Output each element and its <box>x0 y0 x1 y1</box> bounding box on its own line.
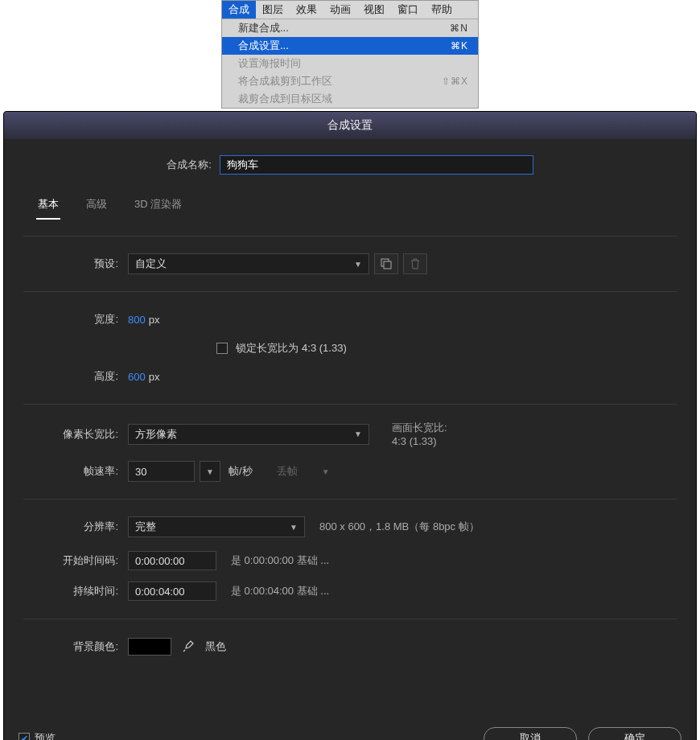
pixel-aspect-dropdown[interactable]: 方形像素 ▼ <box>128 424 369 445</box>
menubar: 合成图层效果动画视图窗口帮助 新建合成...⌘N合成设置...⌘K设置海报时间将… <box>221 0 479 109</box>
bgcolor-name: 黑色 <box>205 639 226 654</box>
preset-label: 预设: <box>23 257 128 271</box>
eyedropper-icon[interactable] <box>178 636 199 657</box>
chevron-down-icon: ▼ <box>206 467 214 476</box>
pixel-aspect-label: 像素长宽比: <box>23 427 128 442</box>
height-value[interactable]: 600 <box>128 371 146 383</box>
framerate-label: 帧速率: <box>23 464 128 479</box>
preset-dropdown[interactable]: 自定义 ▼ <box>128 253 369 274</box>
settings-tabs: 基本高级3D 渲染器 <box>23 194 677 220</box>
duration-info: 是 0:00:04:00 基础 ... <box>231 584 329 598</box>
dialog-titlebar: 合成设置 <box>4 112 696 139</box>
height-label: 高度: <box>23 369 128 384</box>
preview-label: 预览 <box>35 731 56 740</box>
menu-item: 将合成裁剪到工作区⇧⌘X <box>222 72 478 90</box>
tab-0[interactable]: 基本 <box>36 194 60 220</box>
menu-item: 设置海报时间 <box>222 55 478 72</box>
start-timecode-info: 是 0:00:00:00 基础 ... <box>231 553 329 568</box>
chevron-down-icon: ▼ <box>354 260 362 269</box>
start-timecode-input[interactable] <box>128 551 216 570</box>
menu-窗口[interactable]: 窗口 <box>391 1 425 18</box>
chevron-down-icon: ▼ <box>354 430 362 438</box>
menu-动画[interactable]: 动画 <box>323 1 357 18</box>
duration-input[interactable] <box>128 582 216 601</box>
menu-效果[interactable]: 效果 <box>290 1 323 18</box>
menu-item[interactable]: 新建合成...⌘N <box>222 19 478 37</box>
chevron-down-icon: ▼ <box>322 467 330 476</box>
resolution-info: 800 x 600，1.8 MB（每 8bpc 帧） <box>319 520 480 534</box>
svg-rect-1 <box>384 261 391 269</box>
frame-aspect-label: 画面长宽比: <box>392 421 447 435</box>
menu-帮助[interactable]: 帮助 <box>425 1 459 18</box>
width-label: 宽度: <box>23 312 128 327</box>
trash-icon[interactable] <box>403 253 427 274</box>
menu-item[interactable]: 合成设置...⌘K <box>222 37 478 55</box>
cancel-button[interactable]: 取消 <box>484 727 577 740</box>
preview-checkbox[interactable] <box>19 733 30 740</box>
framerate-dropdown[interactable]: ▼ <box>200 461 220 482</box>
start-timecode-label: 开始时间码: <box>23 553 128 568</box>
dropframe-label: 丢帧 <box>277 464 298 479</box>
width-value[interactable]: 800 <box>128 314 146 326</box>
ok-button[interactable]: 确定 <box>588 727 681 740</box>
resolution-dropdown[interactable]: 完整 ▼ <box>128 516 305 537</box>
bgcolor-label: 背景颜色: <box>23 639 128 654</box>
lock-aspect-label: 锁定长宽比为 4:3 (1.33) <box>236 342 346 354</box>
save-preset-icon[interactable] <box>374 253 398 274</box>
composition-menu-dropdown: 新建合成...⌘N合成设置...⌘K设置海报时间将合成裁剪到工作区⇧⌘X裁剪合成… <box>222 18 478 108</box>
tab-1[interactable]: 高级 <box>84 194 109 220</box>
duration-label: 持续时间: <box>23 584 128 598</box>
composition-name-label: 合成名称: <box>167 158 212 172</box>
dialog-title: 合成设置 <box>327 118 373 133</box>
menu-图层[interactable]: 图层 <box>256 1 290 18</box>
composition-settings-dialog: 合成设置 合成名称: 基本高级3D 渲染器 预设: 自定义 ▼ <box>3 111 697 740</box>
tab-2[interactable]: 3D 渲染器 <box>133 194 183 220</box>
composition-name-input[interactable] <box>220 155 533 175</box>
resolution-label: 分辨率: <box>23 520 128 534</box>
framerate-input[interactable]: 30 <box>128 461 195 482</box>
lock-aspect-checkbox[interactable] <box>216 343 228 354</box>
menu-item: 裁剪合成到目标区域 <box>222 90 478 108</box>
chevron-down-icon: ▼ <box>290 523 298 532</box>
menu-合成[interactable]: 合成 <box>222 1 256 18</box>
frame-aspect-value: 4:3 (1.33) <box>392 435 447 447</box>
menu-视图[interactable]: 视图 <box>357 1 391 18</box>
bgcolor-swatch[interactable] <box>128 638 171 656</box>
